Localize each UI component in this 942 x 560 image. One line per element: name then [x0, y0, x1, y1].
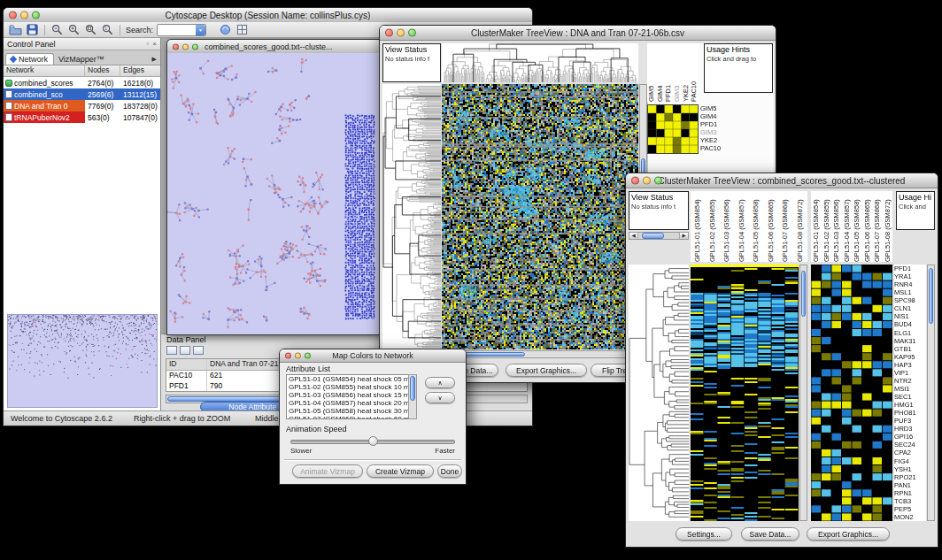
gene-label[interactable]: PAC10 [700, 144, 730, 152]
close-button[interactable] [9, 12, 17, 19]
gene-label[interactable]: GIM4 [700, 112, 730, 120]
save-data-button[interactable]: Save Data... [741, 527, 799, 541]
gene-label[interactable]: NTR2 [894, 377, 926, 385]
scrollbar-thumb[interactable] [410, 376, 415, 401]
zoom-heatmap-canvas[interactable] [647, 104, 699, 154]
main-titlebar[interactable]: Cytoscape Desktop (Session Name: collins… [4, 8, 532, 23]
dropdown-arrow-icon[interactable]: ▼ [196, 25, 205, 35]
zoom-button[interactable] [32, 12, 40, 19]
gene-label[interactable]: HRD3 [894, 425, 926, 433]
network-table-row[interactable]: combined_scores2764(0)16218(0) [4, 77, 160, 88]
move-up-button[interactable]: ∧ [425, 377, 455, 388]
network-view-titlebar[interactable]: combined_scores_good.txt--cluste... [167, 40, 382, 54]
gene-label[interactable]: GTB1 [894, 345, 926, 353]
gene-label[interactable]: PUF3 [894, 417, 926, 425]
gene-label[interactable]: BUD4 [894, 320, 926, 328]
float-panel-icon[interactable]: ▫ [146, 41, 149, 48]
gene-label[interactable]: NIS1 [894, 312, 926, 320]
gene-label[interactable]: PFD1 [700, 120, 730, 128]
gene-label[interactable]: CLN1 [894, 304, 926, 312]
gene-label[interactable]: CPA2 [894, 449, 926, 456]
zoom-out-icon[interactable] [50, 24, 64, 36]
gene-label[interactable]: PFD1 [894, 265, 926, 272]
row-dendrogram-canvas[interactable] [629, 265, 689, 521]
close-button[interactable] [385, 29, 393, 37]
network-table-row[interactable]: combined_sco2569(6)13112(15) [4, 88, 160, 100]
globe-icon[interactable] [219, 24, 232, 36]
attribute-select-icon[interactable] [166, 346, 177, 355]
search-input[interactable]: ▼ [157, 24, 206, 36]
zoom-button[interactable] [408, 29, 416, 37]
zoom-fit-icon[interactable] [84, 24, 97, 36]
animate-vizmap-button[interactable]: Animate Vizmap [292, 464, 363, 478]
header-edges[interactable]: Edges [120, 65, 160, 76]
attribute-list[interactable]: GPL51-01 (GSM854) heat shock 05 minGPL51… [286, 374, 417, 419]
gene-label[interactable]: GIM5 [700, 104, 730, 112]
dendrogram-hscrollbar[interactable]: ◀ ▶ [629, 232, 689, 240]
gene-label[interactable]: MSI1 [894, 385, 926, 393]
tab-overflow-icon[interactable]: ▶ [152, 56, 160, 65]
minimize-button[interactable] [295, 353, 301, 359]
zoom-in-icon[interactable] [67, 24, 81, 36]
treeview2-titlebar[interactable]: ClusterMaker TreeView : combined_scores_… [626, 173, 938, 188]
scrollbar-track[interactable] [638, 233, 679, 239]
attribute-list-item[interactable]: GPL51-01 (GSM854) heat shock 05 min [287, 375, 416, 383]
gene-label[interactable]: GPI16 [894, 433, 926, 441]
heatmap-hscrollbar[interactable] [442, 350, 638, 358]
gene-label[interactable]: FIG4 [894, 457, 926, 465]
attribute-list-item[interactable]: GPL51-07 (GSM868) heat shock 60 min [287, 415, 416, 419]
gene-label[interactable]: RPN1 [894, 489, 926, 497]
gene-label[interactable]: MSL1 [894, 288, 926, 296]
attribute-list-item[interactable]: GPL51-02 (GSM855) heat shock 10 min [287, 383, 416, 391]
gene-label[interactable]: MON2 [894, 513, 926, 521]
row-dendrogram-canvas[interactable] [382, 84, 441, 349]
export-graphics-button[interactable]: Export Graphics... [807, 527, 890, 541]
gene-label[interactable]: ELG1 [894, 329, 926, 337]
gene-list-vscrollbar[interactable] [927, 265, 935, 521]
attribute-list-item[interactable]: GPL51-03 (GSM856) heat shock 15 min [287, 391, 416, 399]
gene-label[interactable]: PEP5 [894, 505, 926, 513]
gene-label[interactable]: SEC24 [894, 441, 926, 449]
open-folder-icon[interactable] [9, 24, 22, 36]
gene-label[interactable]: HAP3 [894, 361, 926, 369]
scroll-left-icon[interactable]: ◀ [629, 233, 638, 239]
minimize-button[interactable] [643, 177, 651, 185]
minimize-button[interactable] [20, 12, 28, 19]
animation-speed-slider[interactable] [290, 436, 455, 446]
slider-thumb[interactable] [368, 436, 378, 446]
gene-label[interactable]: VIP1 [894, 369, 926, 377]
network-table-row[interactable]: tRNAPuberNov2563(0)107847(0) [4, 111, 160, 123]
done-button[interactable]: Done [437, 464, 462, 478]
dialog-titlebar[interactable]: Map Colors to Network [280, 349, 466, 363]
gene-label[interactable]: TCB3 [894, 497, 926, 505]
gene-label[interactable]: PAN1 [894, 481, 926, 489]
network-graph-canvas[interactable] [167, 53, 381, 334]
gene-label[interactable]: RPO21 [894, 473, 926, 481]
gene-label[interactable]: SEC1 [894, 393, 926, 401]
close-button[interactable] [285, 353, 291, 359]
create-vizmap-button[interactable]: Create Vizmap [367, 464, 434, 478]
scrollbar-thumb[interactable] [642, 233, 664, 239]
gene-label[interactable]: KAP95 [894, 353, 926, 361]
settings-button[interactable]: Settings... [676, 527, 732, 541]
save-icon[interactable] [26, 24, 39, 36]
zoom-selected-icon[interactable]: 1 [101, 24, 114, 36]
tab-network[interactable]: Network [5, 53, 54, 65]
heatmap-vscrollbar[interactable] [799, 265, 807, 521]
header-nodes[interactable]: Nodes [85, 65, 120, 76]
zoom-button[interactable] [192, 43, 198, 50]
scroll-right-icon[interactable]: ▶ [679, 233, 688, 239]
network-table-row[interactable]: DNA and Tran 07769(0)183728(0) [4, 100, 160, 111]
tab-vizmapper[interactable]: VizMapper™ [54, 54, 110, 65]
gene-label[interactable]: SPC98 [894, 296, 926, 304]
attribute-list-item[interactable]: GPL51-05 (GSM858) heat shock 30 min [287, 407, 416, 415]
attribute-list-vscrollbar[interactable] [408, 374, 417, 419]
move-down-button[interactable]: ∨ [425, 392, 455, 403]
heatmap-canvas[interactable] [691, 265, 799, 521]
attribute-create-icon[interactable] [180, 346, 190, 355]
close-button[interactable] [631, 177, 639, 185]
zoom-button[interactable] [305, 353, 311, 359]
column-dendrogram-canvas[interactable] [442, 43, 638, 82]
export-graphics-button[interactable]: Export Graphics... [506, 364, 587, 377]
header-id[interactable]: ID [166, 359, 207, 370]
